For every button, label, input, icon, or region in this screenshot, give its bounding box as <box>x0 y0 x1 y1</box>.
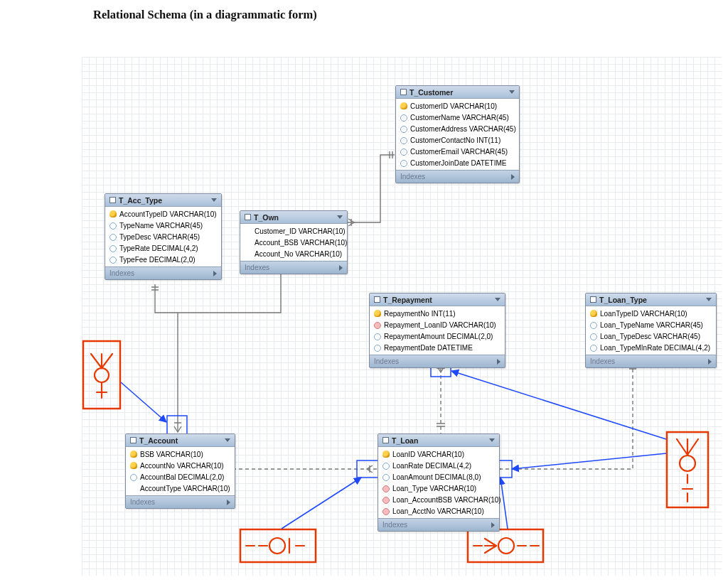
collapse-icon[interactable] <box>706 298 712 301</box>
pk-icon <box>130 451 137 458</box>
column-label: TypeName VARCHAR(45) <box>119 222 203 230</box>
indexes-label: Indexes <box>382 521 407 529</box>
collapse-icon[interactable] <box>509 90 515 94</box>
expand-icon[interactable] <box>227 500 230 505</box>
indexes-footer[interactable]: Indexes <box>586 355 716 367</box>
expand-icon[interactable] <box>708 359 712 365</box>
column-row: TypeRate DECIMAL(4,2) <box>105 242 221 254</box>
column-label: AccountNo VARCHAR(10) <box>140 462 224 470</box>
collapse-icon[interactable] <box>495 298 500 301</box>
column-row: RepaymentAmount DECIMAL(2,0) <box>370 330 505 342</box>
column-label: TypeFee DECIMAL(2,0) <box>119 256 196 264</box>
column-row: Customer_ID VARCHAR(10) <box>240 225 347 237</box>
entity-t-loan[interactable]: T_Loan LoanID VARCHAR(10)LoanRate DECIMA… <box>378 433 500 532</box>
column-label: LoanID VARCHAR(10) <box>392 451 464 458</box>
entity-title: T_Acc_Type <box>119 196 211 205</box>
column-icon <box>400 126 407 133</box>
indexes-footer[interactable]: Indexes <box>370 355 505 367</box>
blank-icon <box>245 250 252 257</box>
column-icon <box>400 160 407 167</box>
entity-title: T_Repayment <box>383 296 495 304</box>
column-row: LoanRate DECIMAL(4,2) <box>378 460 499 471</box>
table-icon <box>382 437 389 443</box>
column-label: CustomerID VARCHAR(10) <box>410 102 497 110</box>
pk-icon <box>374 310 381 317</box>
column-icon <box>400 114 407 122</box>
indexes-footer[interactable]: Indexes <box>105 266 221 279</box>
collapse-icon[interactable] <box>489 438 495 442</box>
fk-icon <box>382 508 390 515</box>
table-icon <box>400 89 407 95</box>
pk-icon <box>590 310 597 317</box>
column-icon <box>374 333 381 340</box>
column-label: Customer_ID VARCHAR(10) <box>255 227 346 235</box>
pk-icon <box>109 210 117 217</box>
column-list: LoanID VARCHAR(10)LoanRate DECIMAL(4,2)L… <box>378 447 499 518</box>
column-label: TypeDesc VARCHAR(45) <box>119 233 200 241</box>
column-icon <box>109 245 117 252</box>
indexes-label: Indexes <box>109 269 134 277</box>
entity-header[interactable]: T_Acc_Type <box>105 194 221 207</box>
column-label: Loan_TypeMInRate DECIMAL(4,2) <box>600 344 710 352</box>
indexes-footer[interactable]: Indexes <box>240 261 347 274</box>
column-icon <box>130 474 137 481</box>
entity-header[interactable]: T_Account <box>126 434 235 447</box>
column-label: TypeRate DECIMAL(4,2) <box>119 244 198 252</box>
page-title: Relational Schema (in a diagrammatic for… <box>93 8 317 22</box>
column-row: CustomerEmail VARCHAR(45) <box>396 146 519 157</box>
column-label: AccountTypeID VARCHAR(10) <box>119 210 217 218</box>
column-label: Loan_AcctNo VARCHAR(10) <box>392 507 484 515</box>
entity-t-acc-type[interactable]: T_Acc_Type AccountTypeID VARCHAR(10)Type… <box>105 193 222 280</box>
column-row: Repayment_LoanID VARCHAR(10) <box>370 319 505 330</box>
indexes-label: Indexes <box>590 357 615 365</box>
entity-header[interactable]: T_Repayment <box>370 293 505 306</box>
column-row: Account_BSB VARCHAR(10) <box>240 237 347 248</box>
indexes-label: Indexes <box>130 498 155 506</box>
entity-t-customer[interactable]: T_Customer CustomerID VARCHAR(10)Custome… <box>395 85 520 183</box>
column-label: AccountType VARCHAR(10) <box>140 485 230 492</box>
expand-icon[interactable] <box>491 522 495 528</box>
column-list: AccountTypeID VARCHAR(10)TypeName VARCHA… <box>105 207 221 266</box>
column-icon <box>374 345 381 352</box>
collapse-icon[interactable] <box>337 215 343 219</box>
column-row: LoanAmount DECIMAL(8,0) <box>378 471 499 483</box>
table-icon <box>374 296 380 303</box>
collapse-icon[interactable] <box>225 438 230 442</box>
entity-header[interactable]: T_Loan_Type <box>586 293 716 306</box>
column-row: CustomerJoinDate DATETIME <box>396 157 519 168</box>
column-row: LoanID VARCHAR(10) <box>378 448 499 460</box>
column-row: Account_No VARCHAR(10) <box>240 248 347 259</box>
column-label: Loan_Type VARCHAR(10) <box>392 485 476 492</box>
column-list: Customer_ID VARCHAR(10)Account_BSB VARCH… <box>240 224 347 261</box>
indexes-footer[interactable]: Indexes <box>126 495 235 508</box>
column-label: LoanTypeID VARCHAR(10) <box>600 310 687 318</box>
column-row: Loan_TypeName VARCHAR(45) <box>586 319 716 330</box>
entity-t-repayment[interactable]: T_Repayment RepaymentNo INT(11)Repayment… <box>369 293 505 368</box>
column-label: Repayment_LoanID VARCHAR(10) <box>384 321 496 329</box>
entity-title: T_Loan_Type <box>599 296 706 304</box>
entity-t-account[interactable]: T_Account BSB VARCHAR(10)AccountNo VARCH… <box>125 433 235 509</box>
collapse-icon[interactable] <box>211 198 217 202</box>
table-icon <box>590 296 596 303</box>
indexes-footer[interactable]: Indexes <box>378 518 499 531</box>
indexes-footer[interactable]: Indexes <box>396 170 519 183</box>
entity-header[interactable]: T_Loan <box>378 434 499 447</box>
expand-icon[interactable] <box>339 265 343 271</box>
column-row: BSB VARCHAR(10) <box>126 448 235 460</box>
expand-icon[interactable] <box>511 174 515 180</box>
entity-t-loan-type[interactable]: T_Loan_Type LoanTypeID VARCHAR(10)Loan_T… <box>585 293 717 368</box>
entity-t-own[interactable]: T_Own Customer_ID VARCHAR(10)Account_BSB… <box>240 210 348 274</box>
expand-icon[interactable] <box>497 359 500 365</box>
fk-icon <box>382 485 390 492</box>
column-row: TypeDesc VARCHAR(45) <box>105 231 221 242</box>
column-icon <box>382 474 390 481</box>
expand-icon[interactable] <box>213 271 217 276</box>
fk-icon <box>374 322 381 329</box>
column-row: Loan_Type VARCHAR(10) <box>378 483 499 494</box>
table-icon <box>130 437 136 443</box>
entity-header[interactable]: T_Own <box>240 211 347 224</box>
entity-header[interactable]: T_Customer <box>396 86 519 99</box>
column-list: BSB VARCHAR(10)AccountNo VARCHAR(10)Acco… <box>126 447 235 495</box>
column-list: RepaymentNo INT(11)Repayment_LoanID VARC… <box>370 306 505 355</box>
column-label: CustomerContactNo INT(11) <box>410 136 500 144</box>
